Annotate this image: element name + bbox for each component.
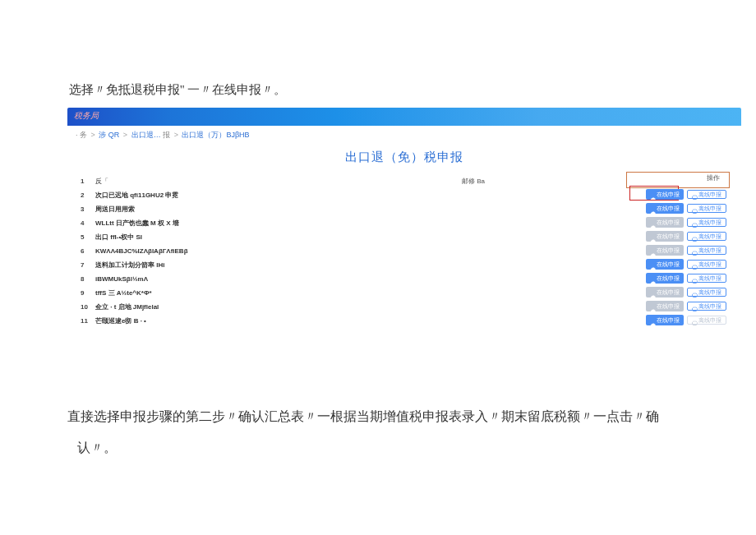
cloud-icon: ☁ [650, 206, 655, 211]
col-idx-head: 1 [74, 178, 95, 185]
row-name: 次口已迟地 qfi11GHU2 申霓 [95, 191, 626, 200]
ops-row: ☁在线申报 🖵离线申报 [629, 215, 726, 229]
offline-declare-button[interactable]: 🖵离线申报 [687, 204, 726, 213]
cloud-icon: ☁ [650, 248, 655, 253]
system-header-band: 税务局 [67, 108, 741, 126]
offline-declare-button[interactable]: 🖵离线申报 [687, 274, 726, 283]
ops-row: ☁在线申报 🖵离线申报 [629, 299, 726, 313]
online-declare-button[interactable]: ☁在线申报 [646, 203, 684, 214]
row-idx: 4 [74, 219, 95, 227]
ops-row: ☁在线申报 🖵离线申报 [629, 285, 726, 299]
display-icon: 🖵 [692, 234, 697, 239]
row-name: 出口 ffI-•权中 SI [95, 233, 626, 242]
col-name-head: 反「 [95, 177, 462, 186]
instruction-bottom-line1: 直接选择申报步骤的第二步〃确认汇总表〃一根据当期增值税申报表录入〃期末留底税额〃… [67, 401, 756, 432]
row-idx: 2 [74, 191, 95, 199]
row-idx: 3 [74, 205, 95, 213]
online-declare-button-disabled: ☁在线申报 [646, 217, 684, 228]
offline-declare-button[interactable]: 🖵离线申报 [687, 232, 726, 241]
display-icon: 🖵 [692, 248, 697, 253]
ops-row: ☁在线申报 🖵离线申报 [629, 271, 726, 285]
row-name: KWΛΛ4BJC%IZΛβIAβГΛfiEBβ [95, 247, 626, 255]
offline-declare-button[interactable]: 🖵离线申报 [687, 190, 726, 199]
header-logo-text: 税务局 [74, 110, 99, 122]
offline-declare-button[interactable]: 🖵离线申报 [687, 218, 726, 227]
display-icon: 🖵 [692, 192, 697, 197]
offline-declare-button[interactable]: 🖵离线申报 [687, 260, 726, 269]
instruction-bottom-line2: 认〃。 [67, 432, 756, 464]
ops-panel: ☁在线申报 🖵离线申报 ☁在线申报 🖵离线申报 ☁在线申报 🖵离线申报 ☁在线申… [629, 173, 726, 327]
display-icon: 🖵 [692, 262, 697, 267]
online-declare-button-disabled: ☁在线申报 [646, 231, 684, 242]
row-name: 送料加工计划分箭率 IHi [95, 261, 626, 270]
offline-declare-button[interactable]: 🖵离线申报 [687, 302, 726, 311]
cloud-icon: ☁ [650, 304, 655, 309]
crumb-3[interactable]: 出口退… [131, 131, 161, 139]
online-declare-button[interactable]: ☁在线申报 [646, 315, 684, 325]
row-idx: 10 [74, 303, 95, 311]
ops-row: ☁在线申报 🖵离线申报 [629, 313, 726, 327]
display-icon: 🖵 [692, 290, 697, 295]
crumb-sep-1: > [91, 131, 95, 139]
ops-row: ☁在线申报 🖵离线申报 [629, 187, 726, 201]
row-idx: 8 [74, 275, 95, 283]
row-name: 周送日用用索 [95, 205, 626, 214]
row-name: WLLtt 日产饬也蠢 M 权 X 墙 [95, 219, 626, 228]
row-name: iBWMUkSβl½mΛ [95, 275, 626, 283]
crumb-1: · 务 [76, 131, 87, 139]
row-idx: 11 [74, 317, 95, 325]
row-name: 芒颐巡逮e彻 B · • [95, 316, 626, 325]
cloud-icon: ☁ [650, 318, 655, 323]
online-declare-button-disabled: ☁在线申报 [646, 287, 684, 297]
online-declare-button[interactable]: ☁在线申报 [646, 273, 684, 284]
crumb-4: 报 [163, 131, 170, 139]
ops-row [629, 173, 726, 187]
offline-declare-button-muted: 🖵离线申报 [687, 316, 726, 325]
offline-declare-button[interactable]: 🖵离线申报 [687, 288, 726, 297]
row-name: 佥立 · t 启地 JMjflelal [95, 302, 626, 311]
crumb-5[interactable]: 出口退（万）BJβHB [182, 131, 249, 139]
display-icon: 🖵 [692, 276, 697, 281]
breadcrumb: · 务 > 涉 QR > 出口退… 报 > 出口退（万）BJβHB [67, 126, 741, 145]
online-declare-button[interactable]: ☁在线申报 [646, 259, 684, 270]
display-icon: 🖵 [692, 220, 697, 225]
ops-row: ☁在线申报 🖵离线申报 [629, 201, 726, 215]
cloud-icon: ☁ [650, 220, 655, 225]
row-idx: 9 [74, 289, 95, 297]
ops-row: ☁在线申报 🖵离线申报 [629, 257, 726, 271]
cloud-icon: ☁ [650, 262, 655, 267]
row-idx: 5 [74, 233, 95, 241]
cloud-icon: ☁ [650, 234, 655, 239]
offline-declare-button[interactable]: 🖵离线申报 [687, 246, 726, 255]
display-icon: 🖵 [692, 206, 697, 211]
content-title: 出口退（免）税申报 [67, 145, 741, 173]
row-idx: 6 [74, 247, 95, 255]
crumb-2[interactable]: 涉 QR [99, 131, 119, 139]
cloud-icon: ☁ [650, 290, 655, 295]
online-declare-button[interactable]: ☁在线申报 [646, 189, 684, 200]
display-icon: 🖵 [692, 318, 697, 323]
crumb-sep-3: > [174, 131, 178, 139]
instruction-top: 选择〃免抵退税申报'' 一〃在线申报〃。 [0, 0, 756, 98]
ops-row: ☁在线申报 🖵离线申报 [629, 229, 726, 243]
embedded-screenshot: 税务局 · 务 > 涉 QR > 出口退… 报 > 出口退（万）BJβHB 出口… [67, 108, 741, 327]
display-icon: 🖵 [692, 304, 697, 309]
row-name: tffS 三 A½te^K*Φ* [95, 288, 626, 297]
instruction-bottom: 直接选择申报步骤的第二步〃确认汇总表〃一根据当期增值税申报表录入〃期末留底税额〃… [67, 401, 756, 464]
crumb-sep-2: > [123, 131, 127, 139]
list-container: 操作 1 反「 邮修 Ba 2 次口已迟地 qfi11GHU2 申霓 3 周送日… [67, 173, 741, 327]
ops-row: ☁在线申报 🖵离线申报 [629, 243, 726, 257]
online-declare-button-disabled: ☁在线申报 [646, 301, 684, 311]
online-declare-button-disabled: ☁在线申报 [646, 245, 684, 256]
col-mid-head: 邮修 Ba [462, 177, 626, 186]
cloud-icon: ☁ [650, 192, 655, 197]
row-idx: 7 [74, 261, 95, 269]
cloud-icon: ☁ [650, 276, 655, 281]
